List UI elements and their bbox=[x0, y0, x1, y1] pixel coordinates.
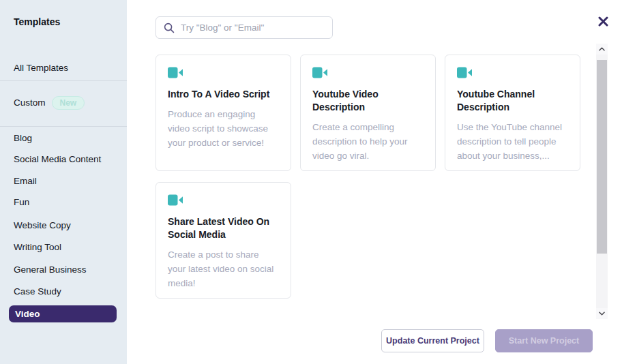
sidebar-item-label: Website Copy bbox=[14, 219, 71, 232]
video-camera-icon bbox=[168, 194, 279, 209]
sidebar-item-case-study[interactable]: Case Study bbox=[14, 285, 61, 299]
video-camera-icon bbox=[457, 67, 568, 81]
sidebar-item-email[interactable]: Email bbox=[14, 175, 37, 188]
sidebar-item-label: All Templates bbox=[14, 61, 68, 75]
search-box bbox=[156, 16, 333, 39]
template-card-youtube-video-description[interactable]: Youtube Video Description Create a compe… bbox=[300, 55, 436, 171]
sidebar-item-video-selected[interactable]: Video bbox=[9, 305, 117, 322]
sidebar-item-website-copy[interactable]: Website Copy bbox=[14, 219, 71, 232]
sidebar-item-writing-tool[interactable]: Writing Tool bbox=[14, 241, 61, 254]
sidebar-item-custom[interactable]: Custom New bbox=[14, 96, 85, 110]
template-card-youtube-channel-description[interactable]: Youtube Channel Description Use the YouT… bbox=[445, 55, 580, 171]
template-description: Produce an engaging video script to show… bbox=[168, 107, 279, 150]
vertical-scrollbar[interactable] bbox=[596, 44, 608, 319]
search-input[interactable] bbox=[181, 22, 325, 33]
new-badge: New bbox=[52, 96, 85, 110]
sidebar-item-label: Social Media Content bbox=[14, 153, 101, 166]
sidebar-divider bbox=[0, 80, 127, 81]
update-current-project-button[interactable]: Update Current Project bbox=[381, 329, 484, 352]
search-icon bbox=[164, 22, 175, 33]
sidebar-item-label: Fun bbox=[14, 196, 29, 209]
scroll-down-arrow-icon[interactable] bbox=[596, 308, 608, 319]
sidebar-divider bbox=[0, 126, 127, 127]
sidebar-item-social-media-content[interactable]: Social Media Content bbox=[14, 153, 101, 166]
sidebar-item-label: Blog bbox=[14, 132, 32, 145]
template-title: Intro To A Video Script bbox=[168, 88, 279, 101]
sidebar-item-label: Email bbox=[14, 175, 37, 188]
video-camera-icon bbox=[312, 67, 424, 81]
sidebar-item-label: General Business bbox=[14, 263, 87, 277]
sidebar-item-general-business[interactable]: General Business bbox=[14, 263, 87, 277]
template-title: Youtube Video Description bbox=[312, 88, 424, 114]
template-card-share-latest-video[interactable]: Share Latest Video On Social Media Creat… bbox=[156, 182, 291, 299]
start-new-project-button[interactable]: Start New Project bbox=[495, 329, 593, 352]
sidebar-item-blog[interactable]: Blog bbox=[14, 132, 32, 145]
sidebar: Templates All Templates Custom New Blog … bbox=[0, 0, 127, 364]
template-description: Create a post to share your latest video… bbox=[168, 247, 279, 290]
close-icon bbox=[598, 16, 608, 27]
sidebar-item-fun[interactable]: Fun bbox=[14, 196, 29, 209]
sidebar-item-all-templates[interactable]: All Templates bbox=[14, 61, 68, 75]
sidebar-item-label: Video bbox=[15, 307, 40, 321]
sidebar-title: Templates bbox=[14, 16, 60, 27]
template-card-intro-to-a-video-script[interactable]: Intro To A Video Script Produce an engag… bbox=[156, 55, 291, 171]
templates-modal: Templates All Templates Custom New Blog … bbox=[0, 0, 622, 364]
template-title: Share Latest Video On Social Media bbox=[168, 215, 279, 241]
template-description: Use the YouTube channel description to t… bbox=[457, 120, 568, 163]
scrollbar-thumb[interactable] bbox=[597, 60, 607, 254]
close-button[interactable] bbox=[595, 13, 611, 29]
video-camera-icon bbox=[168, 67, 279, 81]
sidebar-item-label: Case Study bbox=[14, 285, 61, 299]
sidebar-item-label: Custom bbox=[14, 96, 46, 110]
scroll-up-arrow-icon[interactable] bbox=[596, 44, 608, 55]
template-description: Create a compelling description to help … bbox=[312, 120, 424, 163]
template-title: Youtube Channel Description bbox=[457, 88, 568, 114]
sidebar-item-label: Writing Tool bbox=[14, 241, 61, 254]
